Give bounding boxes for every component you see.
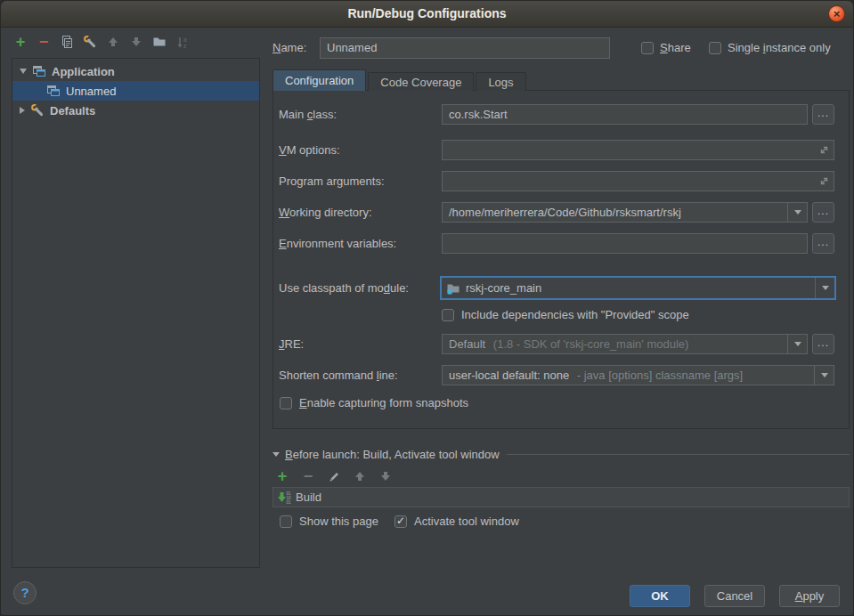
jre-browse-button[interactable]: ... — [812, 334, 834, 354]
help-button[interactable]: ? — [13, 581, 37, 604]
dropdown-button[interactable] — [787, 203, 807, 222]
include-provided-checkbox[interactable] — [442, 309, 454, 321]
main-class-browse-button[interactable]: ... — [812, 104, 834, 125]
close-button[interactable]: × — [828, 5, 845, 22]
shorten-command-line-label: Shorten command line: — [279, 365, 398, 385]
environment-variables-browse-button[interactable]: ... — [812, 233, 834, 254]
tab-configuration[interactable]: Configuration — [272, 69, 366, 91]
name-input[interactable]: Unnamed — [320, 37, 610, 59]
arrow-up-icon — [354, 470, 366, 482]
dropdown-button[interactable] — [815, 278, 834, 298]
plus-icon: + — [16, 35, 26, 49]
arrow-up-icon — [107, 36, 119, 48]
chevron-down-icon — [822, 286, 829, 290]
before-launch-title: Before launch: Build, Activate tool wind… — [285, 448, 500, 461]
application-icon — [46, 84, 61, 98]
arrow-down-icon — [130, 36, 142, 48]
move-task-down-button[interactable] — [378, 469, 393, 483]
minus-icon: − — [304, 470, 313, 482]
move-down-button[interactable] — [129, 35, 143, 49]
configurations-toolbar: + − — [13, 35, 190, 49]
tab-logs[interactable]: Logs — [476, 72, 525, 91]
activate-tool-window-checkbox[interactable] — [394, 515, 407, 528]
add-task-button[interactable]: + — [275, 469, 289, 483]
shorten-value-secondary: - java [options] classname [args] — [577, 369, 743, 382]
expand-field-icon[interactable] — [818, 175, 830, 187]
chevron-down-icon — [794, 342, 801, 346]
module-combobox[interactable]: rskj-core_main — [440, 276, 836, 300]
copy-configuration-button[interactable] — [60, 35, 74, 49]
remove-task-button[interactable]: − — [301, 469, 315, 483]
vm-options-label: VM options: — [279, 140, 340, 160]
enable-capturing-label: Enable capturing form snapshots — [299, 396, 468, 410]
sort-az-icon: a z — [176, 36, 190, 49]
close-icon: × — [829, 6, 844, 21]
working-directory-value: /home/meriherrera/Code/Github/rsksmart/r… — [449, 206, 681, 219]
window-title: Run/Debug Configurations — [1, 1, 853, 27]
move-task-up-button[interactable] — [353, 469, 367, 483]
name-label: Name: — [272, 37, 306, 59]
tree-item-defaults[interactable]: Defaults — [12, 101, 259, 120]
module-icon — [446, 281, 460, 296]
before-launch-toolbar: + − — [275, 469, 393, 483]
remove-configuration-button[interactable]: − — [37, 35, 51, 49]
build-task-item[interactable]: 01 10 01 Build — [272, 487, 850, 507]
tab-code-coverage[interactable]: Code Coverage — [368, 72, 474, 91]
enable-capturing-checkbox[interactable] — [280, 397, 292, 409]
tree-item-application[interactable]: Application — [12, 61, 259, 81]
working-directory-browse-button[interactable]: ... — [812, 202, 834, 223]
move-up-button[interactable] — [106, 35, 120, 49]
dropdown-button[interactable] — [814, 366, 834, 385]
add-configuration-button[interactable]: + — [13, 35, 28, 49]
build-icon: 01 10 01 — [277, 490, 291, 505]
share-checkbox[interactable] — [641, 42, 654, 54]
wrench-icon — [83, 35, 97, 49]
jre-value-secondary: (1.8 - SDK of 'rskj-core_main' module) — [493, 337, 689, 351]
create-folder-button[interactable] — [152, 35, 167, 49]
expander-down-icon[interactable] — [20, 69, 27, 74]
cancel-button[interactable]: Cancel — [704, 585, 765, 607]
arrow-down-icon — [379, 470, 392, 482]
expander-right-icon[interactable] — [20, 107, 25, 114]
activate-tool-window-label: Activate tool window — [414, 515, 519, 529]
configurations-tree: Application Unnamed Defaults — [12, 58, 260, 568]
working-directory-combobox[interactable]: /home/meriherrera/Code/Github/rsksmart/r… — [442, 202, 808, 223]
folder-icon — [152, 35, 167, 49]
module-value: rskj-core_main — [466, 281, 541, 295]
vm-options-field[interactable] — [442, 140, 834, 160]
titlebar: Run/Debug Configurations × — [1, 1, 853, 28]
wrench-icon — [30, 103, 45, 118]
environment-variables-field[interactable] — [442, 233, 808, 254]
tree-item-label: Unnamed — [66, 85, 116, 98]
main-class-field[interactable]: co.rsk.Start — [442, 104, 808, 125]
shorten-value-primary: user-local default: none — [449, 369, 569, 382]
dropdown-button[interactable] — [787, 335, 807, 353]
run-debug-configurations-dialog: Run/Debug Configurations × + − — [0, 0, 854, 616]
jre-combobox[interactable]: Default (1.8 - SDK of 'rskj-core_main' m… — [442, 334, 808, 354]
use-classpath-label: Use classpath of module: — [279, 277, 409, 300]
edit-defaults-button[interactable] — [83, 35, 97, 49]
edit-task-button[interactable] — [327, 469, 341, 483]
tab-bar: Configuration Code Coverage Logs — [272, 69, 526, 91]
chevron-down-icon — [821, 373, 828, 377]
tree-item-unnamed[interactable]: Unnamed — [12, 81, 259, 101]
copy-icon — [60, 35, 74, 49]
tree-item-label: Defaults — [50, 104, 95, 118]
before-launch-header: Before launch: Build, Activate tool wind… — [272, 447, 850, 461]
ok-button[interactable]: OK — [630, 585, 690, 607]
pencil-icon — [328, 470, 340, 482]
shorten-command-line-combobox[interactable]: user-local default: none - java [options… — [442, 365, 834, 385]
question-icon: ? — [20, 585, 28, 600]
before-launch-expander-icon[interactable] — [272, 452, 280, 457]
sort-configurations-button[interactable]: a z — [175, 35, 190, 49]
environment-variables-label: Environment variables: — [279, 233, 396, 254]
apply-button[interactable]: Apply — [779, 585, 840, 607]
expand-field-icon[interactable] — [818, 144, 830, 156]
tree-item-label: Application — [52, 65, 115, 78]
working-directory-label: Working directory: — [279, 202, 372, 223]
application-icon — [32, 64, 46, 78]
single-instance-checkbox[interactable] — [709, 42, 721, 54]
build-task-label: Build — [296, 490, 321, 504]
show-this-page-checkbox[interactable] — [280, 515, 292, 528]
program-arguments-field[interactable] — [442, 171, 834, 191]
